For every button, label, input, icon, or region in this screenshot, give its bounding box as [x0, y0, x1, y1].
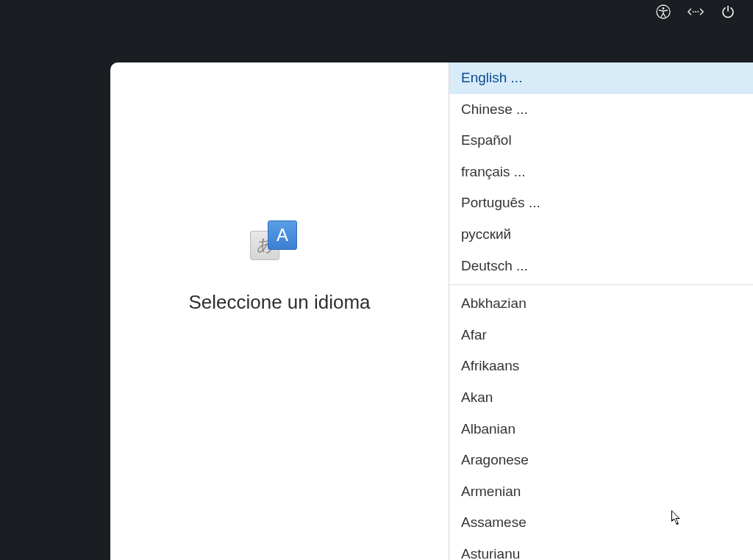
language-icon: あ A	[250, 220, 297, 262]
list-divider	[449, 284, 753, 285]
language-icon-front-glyph: A	[268, 220, 297, 250]
language-item-albanian[interactable]: Albanian	[449, 414, 753, 445]
language-item-espanol[interactable]: Español	[449, 125, 753, 157]
language-item-akan[interactable]: Akan	[449, 382, 753, 414]
language-item-abkhazian[interactable]: Abkhazian	[449, 288, 753, 320]
language-list-pane: English ... Chinese ... Español français…	[449, 62, 753, 560]
language-item-francais[interactable]: français ...	[449, 157, 753, 188]
prompt-text: Seleccione un idioma	[188, 291, 370, 314]
language-item-afrikaans[interactable]: Afrikaans	[449, 351, 753, 382]
power-icon[interactable]	[719, 3, 737, 21]
language-item-aragonese[interactable]: Aragonese	[449, 445, 753, 476]
ethernet-icon[interactable]	[687, 3, 704, 21]
language-item-deutsch[interactable]: Deutsch ...	[449, 251, 753, 282]
language-item-russian[interactable]: русский	[449, 219, 753, 251]
language-item-english[interactable]: English ...	[449, 62, 753, 94]
language-selection-dialog: あ A Seleccione un idioma English ... Chi…	[110, 62, 753, 560]
language-item-portugues[interactable]: Português ...	[449, 187, 753, 219]
accessibility-icon[interactable]	[654, 3, 672, 21]
language-item-assamese[interactable]: Assamese	[449, 507, 753, 539]
svg-point-4	[697, 11, 699, 12]
prompt-pane: あ A Seleccione un idioma	[110, 62, 449, 560]
language-item-chinese[interactable]: Chinese ...	[449, 94, 753, 126]
topbar	[0, 0, 753, 24]
language-item-afar[interactable]: Afar	[449, 320, 753, 351]
language-list[interactable]: English ... Chinese ... Español français…	[449, 62, 753, 560]
language-item-asturianu[interactable]: Asturianu	[449, 539, 753, 560]
language-item-armenian[interactable]: Armenian	[449, 476, 753, 508]
svg-point-3	[695, 11, 696, 12]
svg-point-1	[663, 7, 665, 10]
svg-point-2	[693, 11, 694, 12]
